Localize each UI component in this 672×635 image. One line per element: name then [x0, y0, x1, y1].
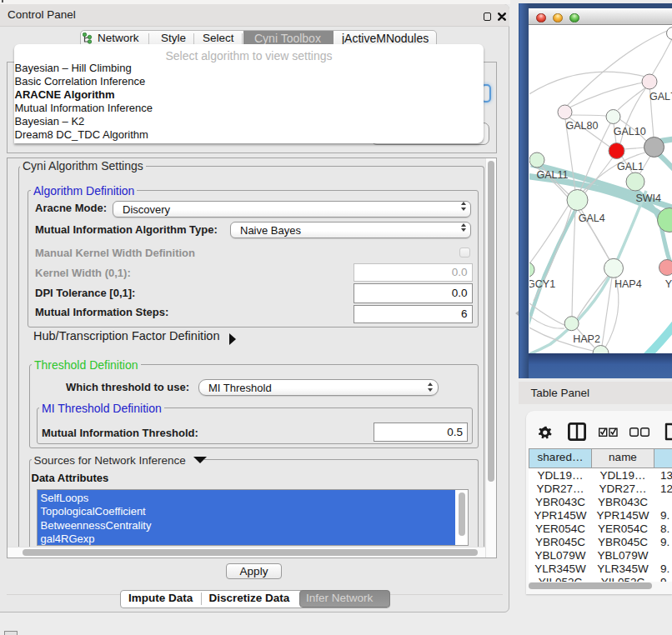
svg-text:HAP4: HAP4 [614, 278, 642, 290]
svg-text:GAL4: GAL4 [579, 212, 605, 224]
svg-text:Y: Y [665, 278, 672, 290]
svg-text:SWI4: SWI4 [635, 192, 661, 204]
svg-text:GCY1: GCY1 [529, 278, 555, 290]
svg-text:GAL11: GAL11 [537, 169, 569, 181]
svg-text:GAL80: GAL80 [566, 120, 599, 132]
svg-text:HAP2: HAP2 [573, 333, 600, 345]
svg-text:GAL10: GAL10 [614, 126, 646, 138]
svg-text:GAL7: GAL7 [649, 91, 672, 102]
svg-text:GAL1: GAL1 [617, 161, 644, 172]
